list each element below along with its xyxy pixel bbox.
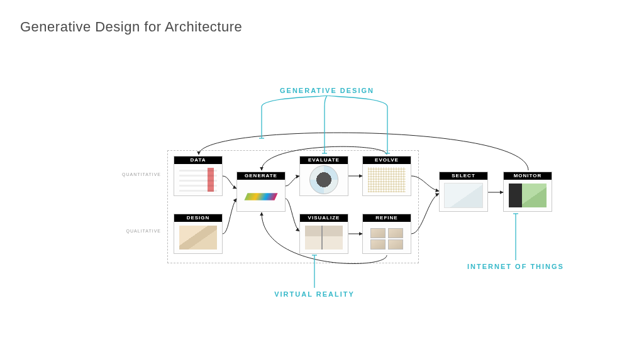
- row-label-qualitative: QUALITATIVE: [117, 229, 161, 233]
- node-generate: GENERATE: [236, 172, 286, 212]
- node-monitor: MONITOR: [503, 172, 552, 212]
- callout-virtual-reality: VIRTUAL REALITY: [258, 290, 371, 298]
- node-visualize: VISUALIZE: [299, 214, 348, 254]
- page-title: Generative Design for Architecture: [20, 19, 242, 35]
- node-design-label: DESIGN: [174, 214, 222, 222]
- callout-generative-design: GENERATIVE DESIGN: [264, 87, 390, 94]
- node-refine-label: REFINE: [363, 214, 411, 222]
- node-evaluate-label: EVALUATE: [300, 156, 348, 164]
- data-table-icon: [179, 168, 217, 192]
- site-model-icon: [444, 183, 483, 208]
- interior-render-icon: [305, 226, 343, 250]
- floorplan-variants-icon: [368, 226, 406, 250]
- row-label-quantitative: QUANTITATIVE: [117, 172, 161, 177]
- node-evaluate: EVALUATE: [299, 156, 348, 196]
- node-design: DESIGN: [174, 214, 223, 254]
- node-visualize-label: VISUALIZE: [300, 214, 348, 222]
- building-sketch-icon: [179, 226, 217, 250]
- node-select: SELECT: [439, 172, 488, 212]
- node-evolve-label: EVOLVE: [363, 156, 411, 164]
- node-monitor-label: MONITOR: [504, 172, 552, 180]
- dashboard-iot-icon: [509, 184, 547, 207]
- node-generate-label: GENERATE: [237, 172, 285, 180]
- node-refine: REFINE: [362, 214, 411, 254]
- population-grid-icon: [368, 167, 406, 192]
- node-data: DATA: [174, 156, 223, 196]
- node-evolve: EVOLVE: [362, 156, 411, 196]
- node-data-label: DATA: [174, 156, 222, 164]
- radar-chart-icon: [309, 165, 338, 194]
- node-select-label: SELECT: [440, 172, 487, 180]
- generative-blocks-icon: [242, 184, 280, 207]
- callout-internet-of-things: INTERNET OF THINGS: [453, 263, 579, 270]
